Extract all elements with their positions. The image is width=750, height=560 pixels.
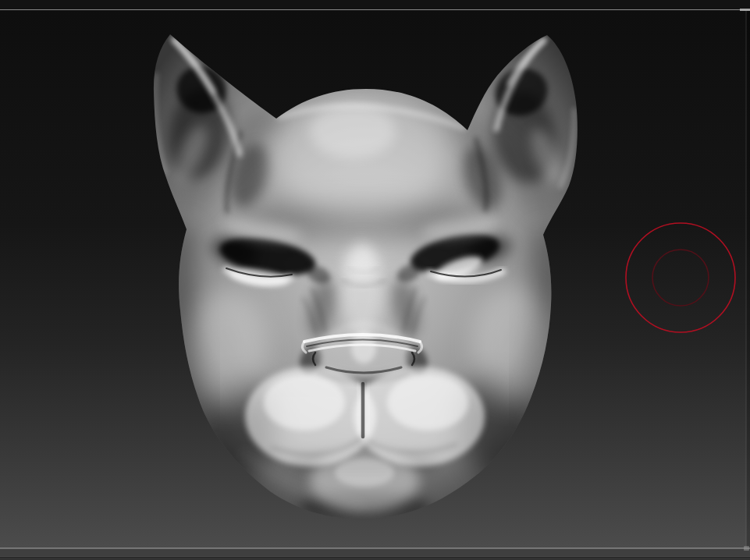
chin	[310, 450, 419, 512]
app-window	[0, 0, 750, 560]
right-edge-strip	[747, 10, 750, 548]
top-right-corner-notch	[740, 9, 750, 11]
corner-grip	[744, 546, 749, 551]
top-menu-bar	[0, 0, 750, 9]
bottom-edge-strip	[0, 558, 750, 560]
bottom-status-strip	[0, 549, 750, 557]
